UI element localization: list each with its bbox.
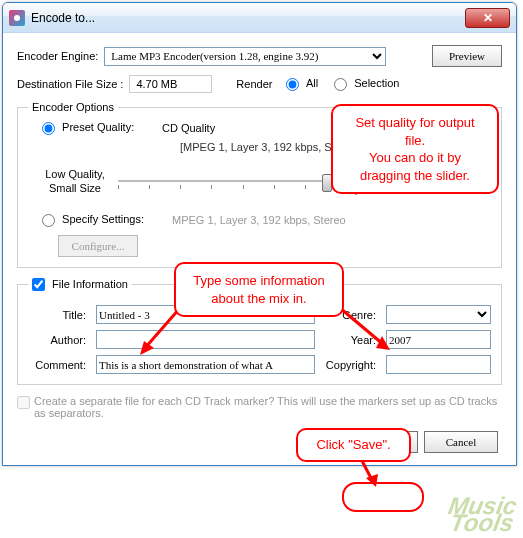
separate-files-checkbox: [17, 396, 30, 409]
comment-label: Comment:: [28, 359, 88, 371]
copyright-label: Copyright:: [323, 359, 378, 371]
specify-settings-input[interactable]: [42, 214, 55, 227]
author-label: Author:: [28, 334, 88, 346]
render-selection-input[interactable]: [334, 78, 347, 91]
configure-button: Configure...: [58, 235, 138, 257]
svg-marker-3: [140, 341, 154, 355]
comment-input[interactable]: [96, 355, 315, 374]
render-label: Render: [236, 78, 272, 90]
callout-info: Type some information about the mix in.: [174, 262, 344, 317]
copyright-input[interactable]: [386, 355, 491, 374]
window-title: Encode to...: [31, 11, 465, 25]
cancel-button[interactable]: Cancel: [424, 431, 498, 453]
preset-quality-radio[interactable]: Preset Quality:: [42, 121, 162, 135]
specify-settings-radio[interactable]: Specify Settings:: [42, 213, 172, 227]
dest-size-label: Destination File Size :: [17, 78, 123, 90]
render-selection-radio[interactable]: Selection: [334, 77, 399, 91]
titlebar[interactable]: Encode to... ✕: [3, 3, 516, 33]
separate-files-option: Create a separate file for each CD Track…: [17, 395, 502, 419]
svg-line-4: [340, 308, 384, 345]
svg-line-2: [145, 308, 180, 348]
callout-quality: Set quality for output file. You can do …: [331, 104, 499, 194]
preview-button[interactable]: Preview: [432, 45, 502, 67]
author-input[interactable]: [96, 330, 315, 349]
callout-save: Click "Save".: [296, 428, 411, 462]
preset-quality-value: CD Quality: [162, 122, 215, 134]
encoder-options-legend: Encoder Options: [28, 101, 118, 113]
dialog-window: Encode to... ✕ Encoder Engine: Lame MP3 …: [2, 2, 517, 466]
app-icon: [9, 10, 25, 26]
close-button[interactable]: ✕: [465, 8, 510, 28]
dialog-content: Encoder Engine: Lame MP3 Encoder(version…: [3, 33, 516, 465]
genre-select[interactable]: [386, 305, 491, 324]
render-all-radio[interactable]: All: [286, 77, 318, 91]
dest-size-value: 4.70 MB: [129, 75, 212, 93]
file-info-legend: File Information: [28, 278, 132, 292]
encoder-engine-select[interactable]: Lame MP3 Encoder(version 1.28, engine 3.…: [104, 47, 386, 66]
render-all-input[interactable]: [286, 78, 299, 91]
watermark: Music Tools: [444, 498, 518, 532]
file-info-checkbox[interactable]: [32, 278, 45, 291]
preset-quality-input[interactable]: [42, 122, 55, 135]
low-quality-label: Low Quality,Small Size: [40, 167, 110, 196]
title-label: Title:: [28, 309, 88, 321]
svg-marker-7: [366, 474, 378, 487]
encoder-engine-label: Encoder Engine:: [17, 50, 98, 62]
specify-details: MPEG 1, Layer 3, 192 kbps, Stereo: [172, 214, 346, 226]
year-input[interactable]: [386, 330, 491, 349]
